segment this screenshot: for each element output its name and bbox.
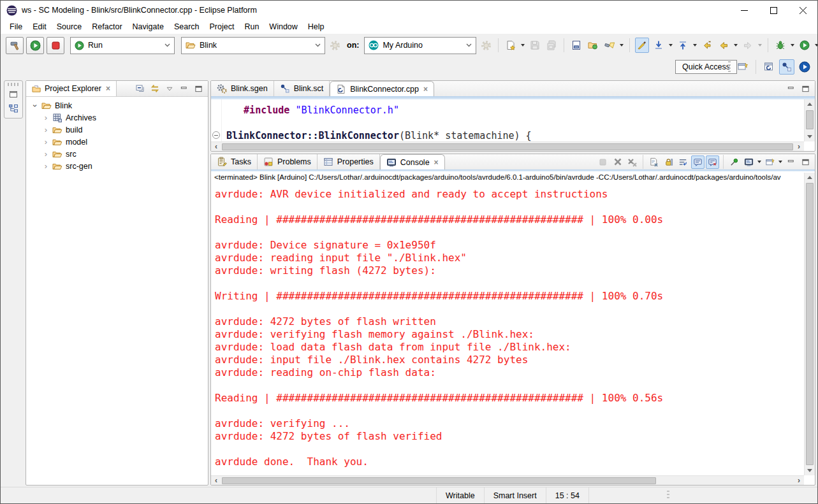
pin-console-icon[interactable] (727, 155, 741, 169)
scroll-up-arrow[interactable] (805, 99, 815, 109)
search-dropdown[interactable] (620, 44, 624, 47)
scrollbar-thumb[interactable] (222, 143, 793, 150)
editor-horizontal-scrollbar[interactable] (211, 141, 804, 151)
cpp-perspective-icon[interactable] (761, 59, 777, 75)
new-wizard-icon[interactable] (504, 38, 518, 53)
open-type-icon[interactable] (586, 38, 600, 53)
scroll-right-arrow[interactable] (794, 477, 804, 485)
save-icon[interactable] (528, 38, 542, 53)
tree-item-build[interactable]: build (26, 124, 208, 136)
scroll-lock-icon[interactable] (662, 155, 675, 169)
tab-project-explorer[interactable]: Project Explorer (26, 81, 117, 96)
editor-tab-blink-sgen[interactable]: Blink.sgen (211, 81, 274, 96)
debug-icon[interactable] (773, 38, 787, 53)
tree-item-src-gen[interactable]: src-gen (26, 160, 208, 172)
editor-tab-blink-sct[interactable]: Blink.sct (274, 81, 330, 96)
fastbar-grip[interactable] (8, 83, 19, 86)
tree-expander-icon[interactable] (31, 102, 39, 110)
run-icon[interactable] (798, 38, 812, 53)
scrollbar-thumb[interactable] (806, 110, 814, 129)
tree-item-blink[interactable]: Blink (26, 99, 208, 112)
view-tab-tasks[interactable]: Tasks (211, 154, 258, 169)
menu-help[interactable]: Help (303, 21, 330, 32)
run-dropdown[interactable] (815, 44, 818, 47)
view-tab-problems[interactable]: Problems (258, 154, 318, 169)
remove-all-terminated-icon[interactable] (625, 155, 639, 169)
back-icon[interactable] (717, 38, 731, 53)
prev-annotation-dropdown[interactable] (693, 44, 697, 47)
scroll-right-arrow[interactable] (794, 143, 804, 151)
sc-modeling-perspective-icon[interactable] (779, 59, 794, 75)
tree-expander-icon[interactable] (42, 138, 50, 146)
launch-mode-combo[interactable]: Run (70, 37, 175, 54)
tree-expander-icon[interactable] (42, 114, 50, 122)
tree-item-src[interactable]: src (26, 148, 208, 160)
open-console-icon[interactable] (763, 155, 777, 169)
minimize-view-icon[interactable] (177, 82, 191, 96)
scrollbar-thumb[interactable] (806, 183, 814, 465)
tree-expander-icon[interactable] (42, 162, 50, 170)
stop-button[interactable] (47, 37, 64, 54)
save-all-icon[interactable] (544, 38, 559, 53)
tree-expander-icon[interactable] (42, 150, 50, 158)
menu-edit[interactable]: Edit (27, 21, 52, 32)
prev-annotation-icon[interactable] (676, 38, 690, 53)
search-flashlight-icon[interactable] (603, 38, 617, 53)
upload-run-button[interactable] (26, 37, 44, 54)
menu-search[interactable]: Search (169, 21, 205, 32)
word-wrap-icon[interactable] (676, 155, 690, 169)
view-tab-properties[interactable]: Properties (318, 154, 380, 169)
close-icon[interactable] (423, 85, 428, 94)
editor-tab-blinkconnector-cpp[interactable]: BlinkConnector.cpp (330, 81, 434, 96)
fold-marker-icon[interactable] (212, 131, 220, 139)
window-close-button[interactable] (788, 1, 817, 20)
last-edit-location-icon[interactable] (700, 38, 714, 53)
scroll-down-arrow[interactable] (805, 132, 815, 141)
scroll-left-arrow[interactable] (211, 143, 221, 151)
window-minimize-button[interactable] (729, 1, 759, 20)
menu-window[interactable]: Window (264, 21, 302, 32)
forward-dropdown[interactable] (758, 44, 762, 47)
open-binary-icon[interactable] (569, 38, 583, 53)
display-console-dropdown[interactable] (757, 161, 761, 163)
run-perspective-icon[interactable] (797, 59, 812, 75)
edit-target-gear-icon[interactable] (479, 38, 493, 53)
format-highlight-icon[interactable] (635, 38, 649, 53)
open-perspective-icon[interactable] (735, 59, 750, 75)
outline-view-icon[interactable] (7, 103, 20, 115)
menu-refactor[interactable]: Refactor (87, 21, 127, 32)
show-console-stdout-icon[interactable] (691, 155, 705, 169)
console-output[interactable]: avrdude: AVR device initialized and read… (215, 188, 803, 475)
minimize-view-icon[interactable] (784, 155, 798, 169)
maximize-view-icon[interactable] (799, 155, 812, 169)
window-maximize-button[interactable] (759, 1, 788, 20)
open-console-dropdown[interactable] (778, 161, 782, 163)
console-horizontal-scrollbar[interactable] (211, 475, 804, 485)
minimize-view-icon[interactable] (784, 82, 798, 96)
code-editor[interactable]: #include "BlinkConnector.h"BlinkConnecto… (211, 99, 804, 141)
debug-dropdown[interactable] (791, 44, 794, 47)
new-wizard-dropdown[interactable] (521, 44, 525, 47)
menu-run[interactable]: Run (239, 21, 264, 32)
launch-config-combo[interactable]: Blink (181, 37, 325, 54)
close-icon[interactable] (106, 84, 110, 93)
close-icon[interactable] (434, 158, 439, 167)
link-with-editor-icon[interactable] (148, 82, 161, 96)
tree-item-archives[interactable]: Archives (26, 112, 208, 124)
remove-launch-icon[interactable] (611, 155, 624, 169)
next-annotation-icon[interactable] (652, 38, 666, 53)
forward-icon[interactable] (741, 38, 755, 53)
scroll-up-arrow[interactable] (805, 173, 815, 182)
back-dropdown[interactable] (734, 44, 738, 47)
tree-expander-icon[interactable] (42, 126, 50, 134)
console-vertical-scrollbar[interactable] (804, 173, 815, 475)
clear-console-icon[interactable] (647, 155, 661, 169)
restore-view-icon[interactable] (7, 88, 20, 101)
build-button[interactable] (6, 37, 24, 54)
menu-source[interactable]: Source (52, 21, 87, 32)
menu-navigate[interactable]: Navigate (128, 21, 169, 32)
view-menu-icon[interactable] (163, 82, 176, 96)
tree-item-model[interactable]: model (26, 136, 208, 148)
maximize-view-icon[interactable] (799, 82, 812, 96)
show-console-stderr-icon[interactable] (706, 155, 719, 169)
